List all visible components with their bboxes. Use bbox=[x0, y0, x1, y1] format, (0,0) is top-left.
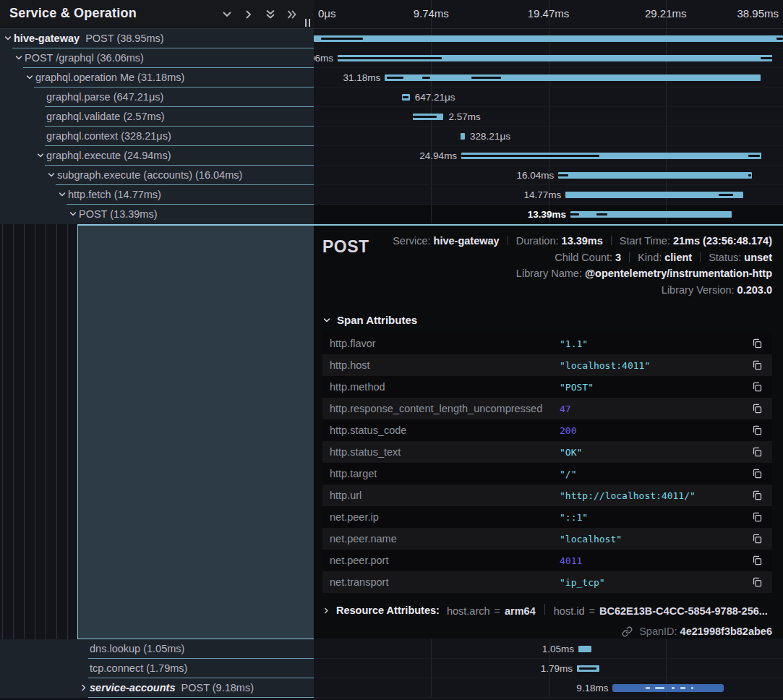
span-row-name[interactable]: subgraph.execute (accounts) (16.04ms) bbox=[0, 166, 314, 185]
copy-icon[interactable] bbox=[750, 532, 763, 545]
span-row-name[interactable]: http.fetch (14.77ms) bbox=[0, 185, 314, 205]
copy-icon[interactable] bbox=[750, 402, 763, 415]
span-row-timeline[interactable]: 16.04ms bbox=[314, 166, 783, 185]
span-duration-label: 14.77ms bbox=[523, 185, 561, 205]
span-duration-label: 13.39ms bbox=[528, 205, 566, 224]
timeline-gridline bbox=[666, 639, 667, 658]
chevron-right-icon bbox=[322, 607, 330, 615]
span-duration-label: 31.18ms bbox=[343, 68, 381, 88]
chevron-down-icon[interactable] bbox=[69, 210, 78, 219]
chevron-down-icon[interactable] bbox=[4, 34, 13, 43]
span-duration-bar[interactable] bbox=[385, 74, 760, 81]
copy-icon[interactable] bbox=[750, 489, 763, 502]
span-row-name[interactable]: POST (13.39ms) bbox=[0, 205, 314, 224]
chevron-down-icon bbox=[322, 316, 331, 325]
expand-one-icon[interactable] bbox=[242, 8, 254, 20]
copy-icon[interactable] bbox=[750, 445, 763, 458]
span-row-name[interactable]: dns.lookup (1.05ms) bbox=[0, 639, 314, 659]
timeline-gridline bbox=[549, 127, 549, 145]
chevron-down-icon[interactable] bbox=[58, 190, 67, 200]
link-icon[interactable] bbox=[622, 626, 633, 637]
copy-icon[interactable] bbox=[750, 511, 763, 524]
span-duration-bar[interactable] bbox=[558, 172, 751, 179]
span-duration-bar[interactable] bbox=[338, 55, 772, 61]
span-row-name[interactable]: tcp.connect (1.79ms) bbox=[0, 659, 314, 678]
operation-name: http.fetch (14.77ms) bbox=[68, 189, 161, 200]
span-duration-bar[interactable] bbox=[461, 153, 761, 159]
chevron-right-icon[interactable] bbox=[80, 683, 89, 693]
copy-icon[interactable] bbox=[750, 554, 763, 567]
trace-viewer: Service & Operation hive-gateway POST (3… bbox=[0, 0, 783, 700]
span-duration-bar[interactable] bbox=[314, 35, 783, 42]
copy-icon[interactable] bbox=[750, 359, 763, 372]
copy-icon[interactable] bbox=[750, 337, 763, 350]
attribute-key: http.method bbox=[330, 381, 560, 393]
collapse-one-icon[interactable] bbox=[221, 8, 233, 20]
attribute-key: net.peer.ip bbox=[330, 511, 560, 523]
resource-attributes-row[interactable]: Resource Attributes: host.arch=arm64host… bbox=[322, 604, 772, 617]
span-duration-bar[interactable] bbox=[413, 114, 444, 120]
span-duration-bar[interactable] bbox=[570, 211, 732, 218]
timeline-gridline bbox=[666, 88, 667, 106]
axis-tick-label: 38.95ms bbox=[737, 7, 779, 20]
meta-divider bbox=[611, 236, 612, 245]
span-row-timeline[interactable]: 13.39ms bbox=[314, 205, 783, 224]
span-row-name[interactable]: service-accounts POST (9.18ms) bbox=[0, 678, 314, 698]
meta-value: @opentelemetry/instrumentation-http bbox=[585, 268, 772, 279]
span-attributes-header[interactable]: Span Attributes bbox=[322, 314, 772, 326]
span-row-timeline[interactable]: 2.57ms bbox=[314, 107, 783, 127]
span-row-timeline[interactable]: 1.05ms bbox=[314, 639, 783, 659]
span-row-name[interactable]: graphql.execute (24.94ms) bbox=[0, 146, 314, 166]
timeline-rows-top: 36.06ms31.18ms647.21μs2.57ms328.21μs24.9… bbox=[314, 29, 783, 224]
chevron-down-icon[interactable] bbox=[36, 151, 46, 161]
span-row-timeline[interactable]: 14.77ms bbox=[314, 185, 783, 205]
equals-sign: = bbox=[589, 605, 594, 617]
span-duration-label: 36.06ms bbox=[314, 48, 333, 68]
span-row-timeline[interactable]: 24.94ms bbox=[314, 146, 783, 166]
span-duration-bar[interactable] bbox=[577, 665, 599, 672]
operation-name: POST /graphql (36.06ms) bbox=[25, 52, 144, 64]
span-row-name[interactable]: graphql.parse (647.21μs) bbox=[0, 88, 314, 107]
span-row-timeline[interactable]: 328.21μs bbox=[314, 127, 783, 146]
detail-row-left-fill bbox=[77, 226, 314, 639]
child-span-marker bbox=[719, 194, 733, 196]
collapse-all-icon[interactable] bbox=[264, 8, 276, 20]
equals-sign: = bbox=[495, 605, 500, 617]
copy-icon[interactable] bbox=[750, 380, 763, 393]
operation-name: POST (38.95ms) bbox=[85, 33, 164, 44]
span-duration-bar[interactable] bbox=[402, 94, 410, 101]
attribute-key: net.transport bbox=[330, 576, 560, 588]
copy-icon[interactable] bbox=[750, 467, 763, 480]
span-row-name[interactable]: POST /graphql (36.06ms) bbox=[0, 48, 314, 68]
copy-icon[interactable] bbox=[750, 576, 763, 589]
attribute-row: http.host"localhost:4011" bbox=[322, 354, 772, 376]
span-row-timeline[interactable]: 31.18ms bbox=[314, 68, 783, 88]
chevron-down-icon[interactable] bbox=[14, 54, 24, 63]
column-resize-grip[interactable] bbox=[305, 19, 310, 27]
chevron-down-icon[interactable] bbox=[25, 73, 35, 82]
span-row-timeline[interactable]: 1.79ms bbox=[314, 659, 783, 678]
span-row-timeline[interactable]: 36.06ms bbox=[314, 48, 783, 68]
timeline-gridline bbox=[431, 205, 432, 223]
span-row-timeline[interactable] bbox=[314, 29, 783, 48]
span-duration-bar[interactable] bbox=[565, 192, 743, 198]
detail-header: POST Service: hive-gatewayDuration: 13.3… bbox=[322, 233, 772, 298]
detail-meta: Service: hive-gatewayDuration: 13.39msSt… bbox=[393, 233, 772, 298]
span-duration-bar[interactable] bbox=[578, 646, 591, 652]
span-row-name[interactable]: graphql.context (328.21μs) bbox=[0, 127, 314, 146]
span-row-name[interactable]: graphql.validate (2.57ms) bbox=[0, 107, 314, 127]
span-row-timeline[interactable]: 647.21μs bbox=[314, 88, 783, 107]
span-duration-bar[interactable] bbox=[612, 684, 723, 692]
span-id-label: SpanID: bbox=[639, 626, 677, 637]
span-id-value: 4e21998f3b82abe6 bbox=[680, 626, 772, 637]
span-row-name[interactable]: graphql.operation Me (31.18ms) bbox=[0, 68, 314, 88]
chevron-down-icon[interactable] bbox=[47, 171, 56, 180]
span-duration-label: 328.21μs bbox=[470, 127, 510, 146]
span-row-name[interactable]: hive-gateway POST (38.95ms) bbox=[0, 29, 314, 48]
copy-icon[interactable] bbox=[750, 424, 763, 437]
timeline-gridline bbox=[431, 639, 432, 658]
span-duration-bar[interactable] bbox=[461, 133, 465, 140]
resource-value: BC62E13B-C4CC-5854-9788-256... bbox=[599, 605, 768, 617]
span-row-timeline[interactable]: 9.18ms bbox=[314, 678, 783, 698]
expand-all-icon[interactable] bbox=[286, 8, 298, 20]
